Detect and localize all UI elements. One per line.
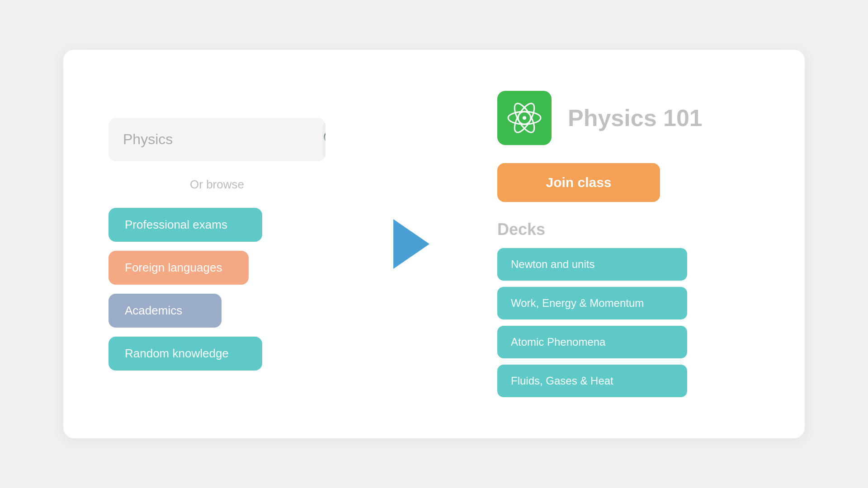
deck-button[interactable]: Newton and units bbox=[497, 248, 687, 281]
search-input[interactable] bbox=[108, 118, 319, 160]
category-button[interactable]: Academics bbox=[108, 294, 222, 328]
search-container: 🔍 bbox=[108, 118, 326, 161]
category-button[interactable]: Professional exams bbox=[108, 208, 262, 242]
class-title: Physics 101 bbox=[568, 104, 703, 131]
class-header: Physics 101 bbox=[497, 91, 760, 145]
physics-icon bbox=[506, 100, 542, 136]
deck-button[interactable]: Work, Energy & Momentum bbox=[497, 287, 687, 319]
svg-point-4 bbox=[523, 116, 526, 120]
search-icon: 🔍 bbox=[322, 130, 326, 149]
decks-list: Newton and unitsWork, Energy & MomentumA… bbox=[497, 248, 760, 397]
or-browse-label: Or browse bbox=[108, 178, 326, 192]
right-panel: Physics 101 Join class Decks Newton and … bbox=[497, 91, 760, 397]
category-button[interactable]: Foreign languages bbox=[108, 251, 249, 285]
deck-button[interactable]: Atomic Phenomena bbox=[497, 326, 687, 358]
decks-label: Decks bbox=[497, 220, 760, 239]
class-icon bbox=[497, 91, 552, 145]
left-panel: 🔍 Or browse Professional examsForeign la… bbox=[108, 118, 326, 371]
main-container: 🔍 Or browse Professional examsForeign la… bbox=[63, 50, 805, 438]
deck-button[interactable]: Fluids, Gases & Heat bbox=[497, 365, 687, 397]
arrow-icon bbox=[393, 219, 429, 269]
category-list: Professional examsForeign languagesAcade… bbox=[108, 208, 326, 371]
search-button[interactable]: 🔍 bbox=[322, 122, 326, 158]
category-button[interactable]: Random knowledge bbox=[108, 337, 262, 371]
middle-arrow bbox=[384, 219, 439, 269]
join-class-button[interactable]: Join class bbox=[497, 163, 660, 202]
